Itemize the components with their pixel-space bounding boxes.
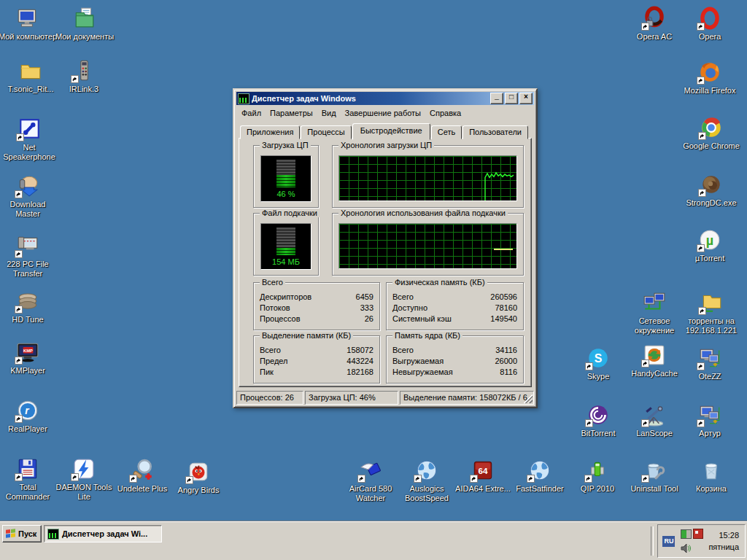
title-bar[interactable]: Диспетчер задач Windows _ □ × xyxy=(236,92,534,105)
stat-value: 26000 xyxy=(495,356,517,367)
desktop-icon-Корзина[interactable]: Корзина xyxy=(681,458,742,494)
shortcut-arrow-icon xyxy=(641,23,649,31)
desktop-icon-Auslogics BoostSpeed[interactable]: Auslogics BoostSpeed xyxy=(396,458,457,503)
desktop-icon-IRLink.3[interactable]: IRLink.3 xyxy=(53,58,115,94)
group-commit: Выделение памяти (КБ)Всего158072Предел44… xyxy=(253,335,380,384)
desktop-icon-DAEMON Tools Lite[interactable]: DAEMON Tools Lite xyxy=(53,456,115,502)
shortcut-arrow-icon xyxy=(71,75,79,83)
menu-item-Справка[interactable]: Справка xyxy=(425,107,465,119)
stat-value: 6459 xyxy=(356,292,374,303)
tab-strip: ПриложенияПроцессыБыстродействиеСетьПоль… xyxy=(240,123,530,139)
desktop-icon-label: QIP 2010 xyxy=(581,484,614,494)
stat-row: Пик182168 xyxy=(260,367,374,378)
desktop-icon-HandyCache[interactable]: HandyCache xyxy=(624,343,685,378)
desktop-icon-Google Chrome[interactable]: Google Chrome xyxy=(681,115,742,151)
tab-Процессы[interactable]: Процессы xyxy=(301,125,351,139)
network-icon xyxy=(641,290,667,315)
resize-grip[interactable] xyxy=(524,394,533,403)
desktop-icon-label: LanScope xyxy=(636,429,673,438)
desktop-icon-label: Сетевое окружение xyxy=(624,316,685,335)
folder-icon xyxy=(18,58,44,83)
desktop-icon-label: Мои документы xyxy=(55,32,114,42)
aida64-icon: 64 xyxy=(470,458,496,483)
lanscope-icon xyxy=(641,402,667,427)
maximize-button[interactable]: □ xyxy=(505,93,518,104)
tab-Быстродействие[interactable]: Быстродействие xyxy=(352,123,430,140)
desktop-icon-Mozilla Firefox[interactable]: Mozilla Firefox xyxy=(679,60,740,96)
shortcut-arrow-icon xyxy=(15,357,23,365)
cpu-led-on xyxy=(276,175,295,187)
tab-Пользователи[interactable]: Пользователи xyxy=(462,125,528,139)
stat-label: Пик xyxy=(260,367,274,378)
menu-item-Завершение работы[interactable]: Завершение работы xyxy=(341,107,425,119)
desktop: { "window": { "title": "Диспетчер задач … xyxy=(0,0,747,560)
desktop-icon-µTorrent[interactable]: µµTorrent xyxy=(679,228,740,263)
pf-led-on xyxy=(276,248,295,255)
minimize-button[interactable]: _ xyxy=(490,93,503,104)
tray-divider xyxy=(651,526,654,556)
shortcut-arrow-icon xyxy=(698,132,706,140)
desktop-icon-Skype[interactable]: SSkype xyxy=(568,346,629,381)
desktop-icon-Net Speakerphone[interactable]: Net Speakerphone xyxy=(0,117,60,162)
close-button[interactable]: × xyxy=(519,93,533,104)
desktop-icon-Opera AC[interactable]: Opera AC xyxy=(624,6,685,42)
desktop-icon-label: Google Chrome xyxy=(683,141,740,151)
shortcut-arrow-icon xyxy=(698,189,706,197)
globe-icon xyxy=(527,458,553,483)
taskbar-task-button[interactable]: Диспетчер задач Wi... xyxy=(44,525,162,542)
floppy-icon xyxy=(15,456,41,481)
desktop-icon-T.sonic_Rit...[interactable]: T.sonic_Rit... xyxy=(0,58,61,94)
task-manager-icon xyxy=(47,529,59,540)
group-title: Память ядра (КБ) xyxy=(392,331,462,340)
realplayer-icon: r xyxy=(15,398,41,423)
menu-item-Вид[interactable]: Вид xyxy=(317,107,341,119)
group-rows: Всего34116Выгружаемая26000Невыгружаемая8… xyxy=(392,345,517,378)
desktop-icon-LanScope[interactable]: LanScope xyxy=(624,402,685,438)
desktop-icon-торренты на 192.168.1.221[interactable]: торренты на 192.168.1.221 xyxy=(681,290,742,335)
desktop-icon-KMPlayer[interactable]: KMPKMPlayer xyxy=(0,340,58,376)
pagefile-history-group: Хронология использования файла подкачки xyxy=(332,213,524,276)
desktop-icon-228 PC File Transfer[interactable]: 228 PC File Transfer xyxy=(0,233,58,279)
desktop-icon-Angry Birds[interactable]: Angry Birds xyxy=(168,459,229,495)
desktop-icon-FastSatfinder[interactable]: FastSatfinder xyxy=(509,458,570,494)
angry-birds-icon xyxy=(185,459,212,484)
language-indicator[interactable]: RU xyxy=(662,536,675,547)
desktop-icon-Артур[interactable]: Артур xyxy=(679,402,740,438)
shortcut-arrow-icon xyxy=(697,23,705,31)
desktop-icon-OteZZ[interactable]: OteZZ xyxy=(679,346,740,381)
clock-time: 15:28 xyxy=(719,529,739,541)
desktop-icon-Undelete Plus[interactable]: Undelete Plus xyxy=(112,458,173,494)
desktop-icon-label: Opera xyxy=(699,32,721,42)
volume-icon[interactable] xyxy=(680,542,692,554)
desktop-icon-Total Commander[interactable]: Total Commander xyxy=(0,456,58,502)
desktop-icon-label: KMPlayer xyxy=(10,366,45,376)
start-button[interactable]: Пуск xyxy=(2,525,42,542)
desktop-icon-HD Tune[interactable]: HD Tune xyxy=(0,289,58,324)
stat-label: Всего xyxy=(260,345,281,356)
desktop-icon-Мои документы[interactable]: Мои документы xyxy=(54,6,115,42)
shortcut-arrow-icon xyxy=(697,244,705,252)
desktop-icon-QIP 2010[interactable]: QIP 2010 xyxy=(567,458,628,494)
tab-Сеть[interactable]: Сеть xyxy=(431,125,462,139)
stat-row: Всего158072 xyxy=(260,345,374,356)
desktop-icon-Opera[interactable]: Opera xyxy=(679,6,740,42)
menu-item-Файл[interactable]: Файл xyxy=(237,107,266,119)
desktop-icon-AirCard 580 Watcher[interactable]: AirCard 580 Watcher xyxy=(340,458,401,503)
shortcut-arrow-icon xyxy=(129,475,137,483)
desktop-icon-Сетевое окружение[interactable]: Сетевое окружение xyxy=(624,290,685,335)
shortcut-arrow-icon xyxy=(15,306,23,314)
desktop-icon-AIDA64 Extre...[interactable]: 64AIDA64 Extre... xyxy=(452,458,514,494)
desktop-icon-Download Master[interactable]: Download Master xyxy=(0,174,58,219)
desktop-icon-Мой компьютер[interactable]: Мой компьютер xyxy=(0,6,58,42)
pagefile-trace-line xyxy=(494,249,513,250)
tab-Приложения[interactable]: Приложения xyxy=(240,125,300,139)
display-tray-icon[interactable] xyxy=(681,529,692,539)
menu-item-Параметры[interactable]: Параметры xyxy=(266,107,317,119)
download-master-icon xyxy=(15,174,41,198)
desktop-icon-BitTorrent[interactable]: BitTorrent xyxy=(568,402,629,438)
stat-label: Всего xyxy=(392,345,414,356)
app-tray-icon[interactable] xyxy=(693,529,703,539)
desktop-icon-Uninstall Tool[interactable]: Uninstall Tool xyxy=(624,458,685,494)
desktop-icon-RealPlayer[interactable]: rRealPlayer xyxy=(0,398,58,434)
desktop-icon-StrongDC.exe[interactable]: StrongDC.exe xyxy=(681,172,742,208)
